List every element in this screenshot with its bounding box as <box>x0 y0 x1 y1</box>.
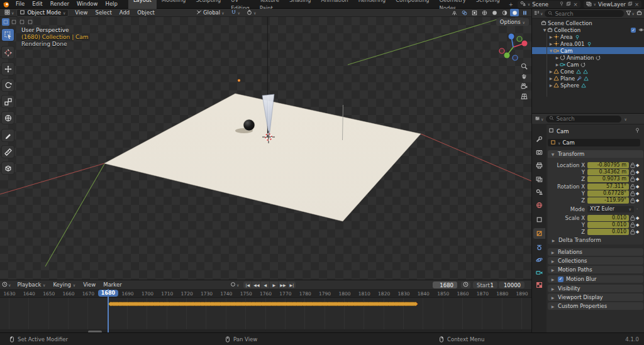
properties-tab-constraints[interactable] <box>533 242 545 253</box>
options-button[interactable]: Options∨ <box>496 18 529 26</box>
outliner-row-animation[interactable]: ▶Animation <box>532 54 644 61</box>
blender-logo-icon[interactable] <box>3 1 10 8</box>
location-y-field[interactable]: 0.34362 m <box>587 169 629 175</box>
viewport-menu-select[interactable]: Select <box>92 9 116 17</box>
properties-tab-object-outline[interactable] <box>533 214 545 225</box>
keyframe-diamond-icon[interactable]: ◆ <box>636 169 639 175</box>
prev-keyframe-icon[interactable]: ◀◀ <box>252 282 260 288</box>
rotation-y-field[interactable]: 0.67728° <box>587 190 629 197</box>
disclosure-icon[interactable]: ▶ <box>548 76 553 80</box>
rotation-z-field[interactable]: -119.99° <box>587 197 629 204</box>
outliner-display-mode-button[interactable]: ∨ <box>534 10 543 17</box>
panel-visibility[interactable]: ▶Visibility <box>548 285 643 292</box>
pause-icon[interactable] <box>520 9 529 16</box>
current-frame-indicator[interactable]: 1680 <box>98 290 118 297</box>
keyframe-diamond-icon[interactable]: ◆ <box>636 215 639 221</box>
disclosure-icon[interactable]: ▼ <box>548 48 553 53</box>
select-mode-3-button[interactable] <box>26 18 34 26</box>
timeline-menu-keying[interactable]: Keying ∨ <box>49 281 79 289</box>
keyframe-diamond-icon[interactable]: ◆ <box>636 197 639 204</box>
auto-keying-button[interactable]: ∨ <box>230 282 239 288</box>
disclosure-icon[interactable]: ▶ <box>548 83 553 87</box>
zoom-icon[interactable] <box>519 62 529 71</box>
properties-tab-object[interactable] <box>533 228 545 239</box>
close-icon[interactable]: × <box>635 1 639 8</box>
next-keyframe-icon[interactable]: ▶▶ <box>279 282 287 288</box>
properties-tab-texture[interactable] <box>533 280 545 290</box>
motion-blur-checkbox[interactable]: ✓ <box>558 277 564 282</box>
viewport-menu-add[interactable]: Add <box>116 9 133 17</box>
outliner-row-sphere[interactable]: ▶Sphere <box>532 82 644 89</box>
pin-icon[interactable] <box>559 1 564 8</box>
pan-hand-icon[interactable] <box>519 72 529 81</box>
proportional-edit-dropdown[interactable]: ∨ <box>244 9 258 16</box>
close-icon[interactable]: × <box>573 1 577 8</box>
perspective-grid-icon[interactable] <box>519 92 529 101</box>
scale-tool-icon[interactable] <box>2 96 14 107</box>
move-tool-icon[interactable] <box>2 63 14 75</box>
jump-start-icon[interactable]: |◀ <box>243 282 252 288</box>
scale-x-field[interactable]: 0.010 <box>587 215 629 221</box>
disclosure-icon[interactable]: ▶ <box>548 35 553 39</box>
outliner-row-area[interactable]: ▶Area <box>532 33 644 40</box>
keyframe-diamond-icon[interactable]: ◆ <box>636 176 639 182</box>
outliner-row-area-001[interactable]: ▶Area.001 <box>532 40 644 47</box>
outliner-row-collection[interactable]: ▼Collection✓ <box>532 26 644 33</box>
transform-panel-header[interactable]: ▼Transform <box>548 150 643 158</box>
keyframe-diamond-icon[interactable]: ◆ <box>636 183 639 190</box>
select-mode-2-button[interactable] <box>18 18 26 26</box>
menu-render[interactable]: Render <box>47 0 73 8</box>
object-id-field[interactable]: ∨ Cam <box>548 139 640 146</box>
new-collection-button[interactable] <box>636 10 642 17</box>
pin-icon[interactable] <box>635 128 640 134</box>
editor-type-button[interactable]: ∨ <box>2 9 16 16</box>
current-frame-field[interactable]: 1680 <box>433 282 457 288</box>
lock-icon[interactable] <box>630 229 635 236</box>
frame-start-field[interactable]: Start1 <box>473 282 497 288</box>
disclosure-icon[interactable]: ▶ <box>548 69 553 74</box>
keyframe-diamonds[interactable]: ◆◆◆◆◆◆◆◆◆◆◆◆◆◆◆◆◆◆◆◆◆◆◆◆◆◆◆◆◆◆◆◆◆◆◆◆◆◆◆◆… <box>108 300 531 307</box>
timeline-menu-playback[interactable]: Playback ∨ <box>13 281 49 289</box>
transform-orientation-dropdown[interactable]: Global ∨ <box>194 9 227 16</box>
disclosure-icon[interactable]: ▶ <box>555 55 560 60</box>
scene-selector[interactable]: ∨ Scene × <box>518 1 580 8</box>
panel-motion-paths[interactable]: ▶Motion Paths <box>548 266 643 273</box>
rotation-x-field[interactable]: 57.311° <box>587 183 629 190</box>
menu-edit[interactable]: Edit <box>28 0 46 8</box>
viewport-menu-object[interactable]: Object <box>133 9 158 17</box>
panel-collections[interactable]: ▶Collections <box>548 257 643 265</box>
outliner-row-cone[interactable]: ▶Cone <box>532 68 644 75</box>
viewport-menu-view[interactable]: View <box>71 9 91 17</box>
menu-file[interactable]: File <box>12 0 28 8</box>
timeline-editor-type-button[interactable]: ∨ <box>2 282 11 288</box>
disclosure-icon[interactable]: ▶ <box>555 62 560 67</box>
shading-wire-icon[interactable] <box>480 9 489 16</box>
viewport-3d[interactable]: User Perspective (1680) Collection | Cam… <box>0 17 531 280</box>
properties-tab-physics[interactable] <box>533 255 545 265</box>
properties-editor-type-button[interactable]: ∨ <box>535 116 543 123</box>
play-icon[interactable]: ▶ <box>270 282 278 288</box>
timeline-menu-marker[interactable]: Marker <box>99 281 125 289</box>
add-cube-tool-icon[interactable] <box>2 162 14 174</box>
play-reverse-icon[interactable]: ◀ <box>261 282 269 288</box>
hide-toggle-eye-icon[interactable] <box>638 27 644 33</box>
panel-viewport-display[interactable]: ▶Viewport Display <box>548 293 643 301</box>
timeline-dopesheet[interactable]: ◆◆◆◆◆◆◆◆◆◆◆◆◆◆◆◆◆◆◆◆◆◆◆◆◆◆◆◆◆◆◆◆◆◆◆◆◆◆◆◆… <box>0 298 531 329</box>
use-preview-range-button[interactable] <box>461 282 470 288</box>
select-box-tool-icon[interactable] <box>2 29 14 41</box>
properties-options-button[interactable]: ∨ <box>624 117 626 121</box>
overlays-icon[interactable] <box>460 9 469 16</box>
outliner-row-scene collection[interactable]: Scene Collection <box>532 19 644 26</box>
delta-transform-subpanel[interactable]: ▶Delta Transform <box>551 237 601 243</box>
outliner-filter-button[interactable]: ∨ <box>626 10 635 17</box>
properties-tab-render[interactable] <box>533 147 545 158</box>
panel-motion-blur[interactable]: ▶✓Motion Blur <box>548 275 643 283</box>
shading-material-icon[interactable] <box>500 9 509 16</box>
measure-tool-icon[interactable] <box>2 146 14 158</box>
outliner-search-input[interactable]: Search <box>545 10 623 17</box>
keyframe-diamond-icon[interactable]: ◆ <box>636 190 639 197</box>
properties-search-input[interactable]: Search <box>546 116 621 123</box>
shading-rendered-icon[interactable] <box>510 9 519 16</box>
select-mode-0-button[interactable] <box>2 18 9 26</box>
rotation-mode-dropdown[interactable]: XYZ Euler∨ <box>587 206 634 212</box>
